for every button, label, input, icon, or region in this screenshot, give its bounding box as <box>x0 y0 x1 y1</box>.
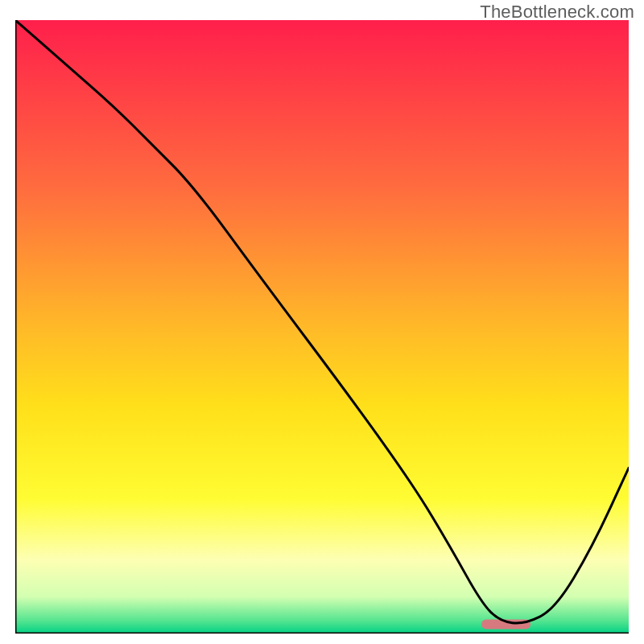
plot-area <box>15 20 629 634</box>
watermark-text: TheBottleneck.com <box>480 2 634 23</box>
bottleneck-chart <box>15 20 629 634</box>
chart-container: TheBottleneck.com <box>0 0 644 644</box>
gradient-background <box>15 20 629 634</box>
